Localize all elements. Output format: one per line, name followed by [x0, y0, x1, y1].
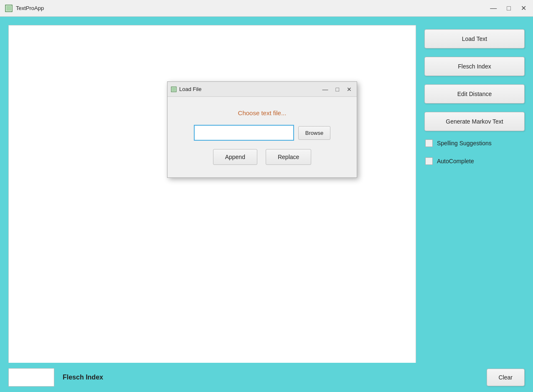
dialog-close-button[interactable]: ✕ [345, 86, 353, 93]
text-panel[interactable] [8, 25, 416, 384]
main-area: Load Text Flesch Index Edit Distance Gen… [0, 17, 533, 392]
dialog-minimize-button[interactable]: — [321, 86, 330, 93]
maximize-button[interactable]: □ [505, 4, 513, 13]
replace-button[interactable]: Replace [266, 149, 311, 165]
dialog-body: Choose text file... Browse Append Replac… [168, 97, 357, 177]
clear-button[interactable]: Clear [487, 369, 525, 386]
flesch-index-button[interactable]: Flesch Index [424, 57, 525, 76]
dialog-prompt: Choose text file... [238, 109, 287, 116]
minimize-button[interactable]: — [488, 4, 498, 13]
titlebar-left: TextProApp [5, 5, 44, 12]
dialog-maximize-button[interactable]: □ [334, 86, 341, 93]
load-text-button[interactable]: Load Text [424, 29, 525, 48]
dialog-app-icon [171, 86, 177, 92]
edit-distance-button[interactable]: Edit Distance [424, 84, 525, 104]
dialog-input-row: Browse [184, 125, 340, 141]
bottom-bar: Flesch Index Clear [0, 363, 533, 392]
dialog-controls: — □ ✕ [321, 86, 353, 93]
flesch-value-box [8, 368, 54, 387]
titlebar: TextProApp — □ ✕ [0, 0, 533, 17]
svg-rect-3 [172, 87, 176, 91]
file-path-input[interactable] [194, 125, 294, 141]
close-button[interactable]: ✕ [519, 4, 528, 13]
autocomplete-label: AutoComplete [437, 158, 474, 164]
generate-markov-button[interactable]: Generate Markov Text [424, 112, 525, 131]
titlebar-controls: — □ ✕ [488, 4, 528, 13]
autocomplete-row: AutoComplete [424, 157, 525, 165]
dialog-titlebar: Load File — □ ✕ [168, 82, 357, 97]
dialog-titlebar-left: Load File [171, 86, 201, 92]
app-icon [5, 5, 13, 12]
dialog-title: Load File [179, 86, 201, 92]
spelling-suggestions-checkbox[interactable] [425, 139, 433, 147]
flesch-index-label: Flesch Index [63, 374, 103, 381]
sidebar: Load Text Flesch Index Edit Distance Gen… [424, 25, 525, 384]
spelling-suggestions-label: Spelling Suggestions [437, 140, 492, 147]
autocomplete-checkbox[interactable] [425, 157, 433, 165]
titlebar-title: TextProApp [16, 5, 44, 11]
svg-rect-1 [6, 6, 11, 11]
load-file-dialog[interactable]: Load File — □ ✕ Choose text file... Brow… [167, 81, 357, 178]
append-button[interactable]: Append [213, 149, 257, 165]
browse-button[interactable]: Browse [298, 126, 330, 140]
dialog-action-row: Append Replace [213, 149, 312, 165]
spelling-suggestions-row: Spelling Suggestions [424, 139, 525, 147]
